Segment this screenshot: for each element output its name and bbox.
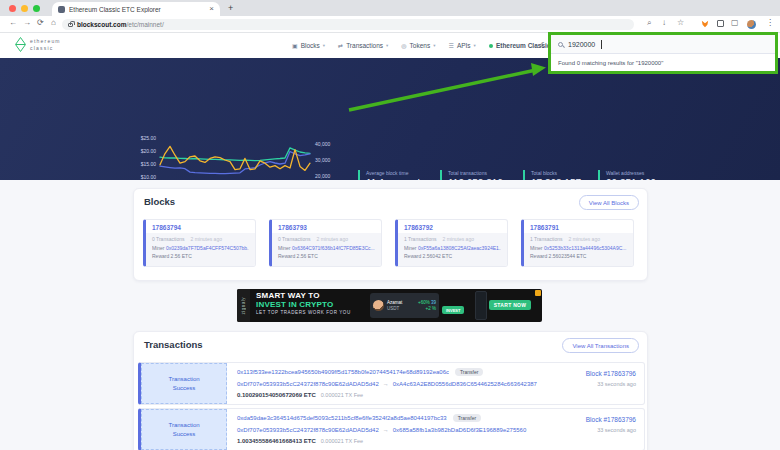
ad-headline: SMART WAY TO INVEST IN CRYPTO LET TOP TR…	[256, 291, 351, 315]
nav-item-tokens[interactable]: ◎Tokens▾	[401, 42, 435, 49]
tx-hash-link[interactable]: 0x113f533ee1322bcea945650b4909ff5d1758b0…	[237, 369, 449, 375]
traffic-light-minimize[interactable]	[21, 5, 28, 12]
miner-address-link[interactable]: 0x0239da7F7D5aF4CFF574C507bb...	[166, 245, 249, 251]
transactions-icon: ⇄	[338, 42, 343, 49]
profile-avatar[interactable]	[747, 20, 756, 29]
app-root: Ethereum Classic ETC Explorer × + ← → ⟳ …	[0, 0, 780, 450]
tx-block-link[interactable]: Block #17863796	[586, 370, 636, 377]
tx-from-link[interactable]: 0xDf707e053933b5cC24372f878c90E62dADAD5d…	[237, 381, 379, 387]
blocks-panel: Blocks View All Blocks 17863794 0 Transa…	[133, 188, 648, 281]
tx-value: 0.100290154050672069 ETC	[237, 392, 316, 398]
tx-from-link[interactable]: 0xDf707e053933b5cC24372f878c90E62dADAD5d…	[237, 427, 379, 433]
reload-icon[interactable]: ⟳	[37, 19, 44, 27]
traffic-light-maximize[interactable]	[33, 5, 40, 12]
tab-title: Ethereum Classic ETC Explorer	[69, 6, 205, 13]
network-status-dot	[489, 44, 493, 48]
tx-type-chip: Transfer	[453, 414, 481, 422]
tx-hash-link[interactable]: 0xda59dae3c364514d675def5093c5211b5cf8e6…	[237, 415, 447, 421]
main-nav: ▣Blocks▾ ⇄Transactions▾ ◎Tokens▾ ☰APIs▾ …	[292, 33, 556, 58]
nav-item-blocks[interactable]: ▣Blocks▾	[292, 42, 325, 49]
lock-icon	[68, 23, 73, 27]
tx-timestamp: 33 seconds ago	[586, 381, 636, 387]
search-result-dropdown[interactable]: Found 0 matching results for "1920000"	[551, 54, 775, 71]
browser-url-bar: ← → ⟳ ⌂ blockscout.com/etc/mainnet/ ⌕ ↓ …	[0, 16, 780, 33]
y-axis-tick-right: 20,000	[315, 173, 330, 179]
url-path: /etc/mainnet/	[126, 21, 163, 28]
block-card: 17863791 1 Transactions2 minutes ago Min…	[521, 219, 634, 267]
tokens-icon: ◎	[401, 42, 406, 49]
block-card: 17863794 0 Transactions2 minutes ago Min…	[143, 219, 256, 267]
nav-item-transactions[interactable]: ⇄Transactions▾	[338, 42, 388, 49]
metamask-fox-icon[interactable]	[701, 20, 709, 28]
transaction-row: Transaction Success 0x113f533ee1322bcea9…	[138, 362, 645, 405]
y-axis-tick-right: 40,000	[315, 141, 330, 147]
dark-mode-moon-icon[interactable]: ☾	[540, 41, 547, 50]
tx-fee: 0.000021 TX Fee	[321, 438, 363, 444]
arrow-right-icon: →	[383, 427, 389, 433]
home-icon[interactable]: ⌂	[51, 19, 56, 27]
chevron-down-icon: ▾	[433, 43, 435, 48]
transactions-title: Transactions	[144, 339, 203, 350]
new-tab-button[interactable]: +	[228, 3, 233, 13]
tx-timestamp: 33 seconds ago	[586, 427, 636, 433]
trader-avatar	[373, 300, 384, 311]
ethereum-classic-logo-icon	[14, 37, 27, 52]
tab-favicon-icon	[58, 6, 65, 13]
ad-invest-button[interactable]: INVEST	[442, 306, 464, 314]
tx-block-link[interactable]: Block #17863796	[586, 416, 636, 423]
view-all-blocks-button[interactable]: View All Blocks	[579, 195, 639, 210]
block-number-link[interactable]: 17863792	[398, 220, 507, 233]
hero-section: $25.00 $20.00 $15.00 $10.00 40,000 30,00…	[0, 58, 780, 180]
apis-icon: ☰	[448, 42, 453, 49]
blocks-title: Blocks	[144, 196, 175, 207]
tx-to-link[interactable]: 0x685a58fb1a3b982bDaD6D6f3E196889e275560	[393, 427, 526, 433]
y-axis-tick: $20.00	[132, 148, 156, 154]
address-bar[interactable]: blockscout.com/etc/mainnet/	[62, 19, 634, 30]
forward-icon[interactable]: →	[23, 19, 31, 27]
site-logo-text: ethereum classic	[30, 38, 61, 52]
search-input[interactable]: 1920000	[551, 35, 775, 54]
browser-menu-dots-icon[interactable]: ⋮	[766, 19, 774, 27]
y-axis-tick: $15.00	[132, 161, 156, 167]
block-number-link[interactable]: 17863793	[272, 220, 381, 233]
tx-value: 1.003455586461668413 ETC	[237, 438, 316, 444]
transaction-status-badge: Transaction Success	[141, 363, 227, 404]
chevron-down-icon: ▾	[474, 43, 476, 48]
block-card: 17863793 0 Transactions2 minutes ago Min…	[269, 219, 382, 267]
block-card: 17863792 1 Transactions2 minutes ago Min…	[395, 219, 508, 267]
text-caret	[601, 40, 602, 49]
browser-tab[interactable]: Ethereum Classic ETC Explorer ×	[52, 2, 220, 16]
zoom-icon[interactable]: ⌕	[647, 19, 651, 27]
ad-choices-icon[interactable]	[535, 290, 541, 296]
ad-phone-mockup	[475, 291, 487, 320]
tx-to-link[interactable]: 0xA4c63A2E8D0556dD836C6544625284c6636423…	[393, 381, 537, 387]
miner-address-link[interactable]: 0x5253b33c1313a44496c5304A9C...	[544, 245, 627, 251]
bookmark-star-icon[interactable]: ☆	[677, 19, 684, 27]
view-all-transactions-button[interactable]: View All Transactions	[562, 338, 639, 353]
search-annotation-box: 1920000 Found 0 matching results for "19…	[548, 32, 778, 74]
miner-address-link[interactable]: 0x6364C971f636b14fC7FD85E3Cc...	[292, 245, 375, 251]
transaction-status-badge: Transaction Success	[141, 409, 227, 450]
download-icon[interactable]: ↓	[662, 19, 666, 27]
site-logo[interactable]: ethereum classic	[14, 37, 61, 52]
extensions-puzzle-icon[interactable]	[717, 20, 724, 27]
transaction-row: Transaction Success 0xda59dae3c364514d67…	[138, 408, 645, 450]
ad-start-now-button[interactable]: START NOW	[489, 300, 531, 310]
search-query-text: 1920000	[568, 41, 595, 48]
arrow-right-icon: →	[383, 381, 389, 387]
nav-item-apis[interactable]: ☰APIs▾	[448, 42, 475, 49]
block-number-link[interactable]: 17863794	[146, 220, 255, 233]
traffic-light-close[interactable]	[9, 5, 16, 12]
tab-close-icon[interactable]: ×	[209, 5, 214, 13]
miner-address-link[interactable]: 0xF55a6a13808C25Af2aeac3924E1...	[418, 245, 501, 251]
block-number-link[interactable]: 17863791	[524, 220, 633, 233]
back-icon[interactable]: ←	[9, 19, 17, 27]
transactions-panel: Transactions View All Transactions Trans…	[133, 331, 648, 450]
ad-trader-card: Azamat USDT +60% 39 +2 %	[370, 293, 439, 318]
y-axis-tick: $25.00	[132, 135, 156, 141]
chevron-down-icon: ▾	[323, 43, 325, 48]
ad-banner[interactable]: zignaly SMART WAY TO INVEST IN CRYPTO LE…	[237, 289, 542, 322]
sidebar-square-icon[interactable]: ▢	[731, 19, 739, 27]
tx-fee: 0.000021 TX Fee	[321, 392, 363, 398]
ad-brand: zignaly	[237, 289, 250, 322]
